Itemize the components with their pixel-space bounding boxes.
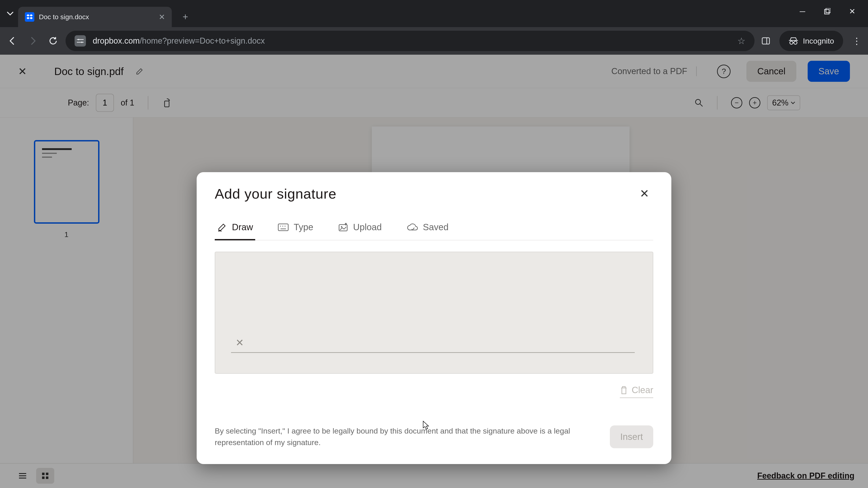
page-total-label: of 1 [121,98,134,107]
signature-line [231,352,635,353]
zoom-out-button[interactable]: − [731,97,742,108]
new-tab-button[interactable]: + [179,7,192,27]
help-icon[interactable]: ? [717,65,731,78]
back-button[interactable] [4,33,20,49]
tab-upload[interactable]: Upload [336,222,384,240]
modal-title: Add your signature [215,186,336,202]
draw-icon [217,222,227,232]
svg-point-22 [280,226,281,227]
browser-menu-button[interactable]: ⋮ [850,34,864,48]
trash-icon [620,386,628,395]
rename-icon[interactable] [135,67,144,76]
svg-rect-20 [46,477,49,479]
signature-draw-canvas[interactable]: ✕ [215,252,653,374]
svg-point-12 [695,99,701,104]
browser-tab[interactable]: Doc to sign.docx ✕ [18,7,172,27]
modal-close-button[interactable]: ✕ [640,187,653,201]
svg-rect-6 [762,38,770,44]
cloud-icon [407,223,418,231]
svg-point-24 [285,226,285,227]
clear-signature-button[interactable]: Clear [620,383,653,398]
page-number-input[interactable] [96,94,114,112]
search-icon[interactable] [694,98,704,107]
bookmark-star-icon[interactable]: ☆ [737,36,745,46]
minimize-button[interactable]: ─ [796,4,809,18]
keyboard-icon [278,223,289,231]
reload-button[interactable] [45,33,61,49]
legal-disclaimer: By selecting "Insert," I agree to be leg… [215,425,596,448]
editor-header: ✕ Doc to sign.pdf Converted to a PDF ? C… [0,55,868,88]
tabs-dropdown-button[interactable] [4,8,16,19]
maximize-button[interactable] [820,4,834,18]
zoom-level-dropdown[interactable]: 62% [767,95,800,110]
site-settings-icon[interactable] [74,35,86,46]
svg-point-23 [282,226,283,227]
url-text: dropbox.com/home?preview=Doc+to+sign.doc… [93,36,731,46]
forward-button[interactable] [25,33,41,49]
svg-rect-18 [46,473,49,475]
svg-rect-0 [825,9,829,14]
svg-rect-21 [278,224,288,231]
rotate-page-icon[interactable] [162,98,172,108]
zoom-level-value: 62% [772,98,788,107]
upload-icon [338,223,348,232]
chevron-down-icon [791,101,795,104]
signature-tabs: Draw Type Upload [215,222,653,240]
svg-rect-19 [42,477,44,479]
tab-draw-label: Draw [232,222,253,232]
close-window-button[interactable]: ✕ [845,4,859,18]
save-button[interactable]: Save [808,61,850,82]
close-editor-button[interactable]: ✕ [18,65,29,77]
tab-upload-label: Upload [353,222,382,232]
thumbnail-panel: 1 [0,118,133,463]
svg-point-27 [341,226,342,228]
svg-point-9 [794,41,797,44]
svg-line-13 [700,104,703,106]
browser-titlebar: Doc to sign.docx ✕ + ─ ✕ [0,0,868,27]
side-panel-button[interactable] [759,34,773,48]
list-view-button[interactable] [13,468,32,484]
signature-modal: Add your signature ✕ Draw Type [197,172,671,464]
feedback-link[interactable]: Feedback on PDF editing [757,471,855,481]
document-title: Doc to sign.pdf [54,65,124,77]
svg-point-8 [790,41,793,44]
incognito-label: Incognito [803,37,834,45]
browser-toolbar: dropbox.com/home?preview=Doc+to+sign.doc… [0,27,868,55]
tab-saved-label: Saved [423,222,448,232]
svg-rect-11 [164,101,169,107]
cancel-button[interactable]: Cancel [746,61,796,82]
clear-label: Clear [631,385,653,395]
converted-label: Converted to a PDF [611,66,697,76]
tab-close-button[interactable]: ✕ [159,12,165,22]
grid-view-button[interactable] [36,468,54,484]
tab-type[interactable]: Type [276,222,315,240]
tab-saved[interactable]: Saved [404,222,451,240]
tab-type-label: Type [293,222,313,232]
editor-footer: Feedback on PDF editing [0,463,868,488]
incognito-icon [788,37,798,45]
tab-title: Doc to sign.docx [39,13,154,21]
editor-toolbar: Page: of 1 − + 62% [0,88,868,118]
signature-x-mark: ✕ [236,337,244,348]
tab-draw[interactable]: Draw [215,222,255,240]
thumbnail-page-number: 1 [34,230,99,239]
page-thumbnail[interactable] [34,140,99,224]
insert-button[interactable]: Insert [610,425,653,448]
page-label: Page: [68,98,89,107]
address-bar[interactable]: dropbox.com/home?preview=Doc+to+sign.doc… [66,31,754,51]
incognito-badge[interactable]: Incognito [779,31,843,51]
zoom-in-button[interactable]: + [749,97,761,108]
dropbox-favicon-icon [25,12,34,22]
svg-rect-17 [42,473,44,475]
svg-rect-1 [826,8,831,13]
